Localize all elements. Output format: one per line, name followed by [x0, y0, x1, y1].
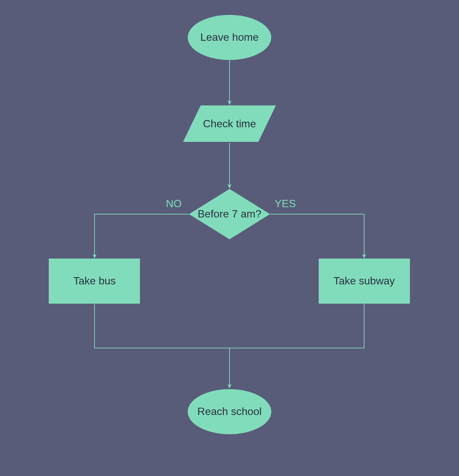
- decision-no-label: NO: [166, 198, 182, 209]
- node-check-time: Check time: [183, 105, 276, 142]
- edge-bus-to-merge: [95, 304, 230, 348]
- node-start-label: Leave home: [200, 31, 259, 43]
- edge-decision-yes: [270, 214, 364, 258]
- node-decision-label: Before 7 am?: [198, 208, 261, 220]
- node-end: Reach school: [188, 389, 271, 434]
- edge-decision-no: [95, 214, 189, 258]
- node-check-time-label: Check time: [203, 118, 256, 130]
- node-take-bus: Take bus: [49, 259, 140, 304]
- edge-subway-to-merge: [230, 304, 364, 348]
- decision-yes-label: YES: [275, 198, 296, 209]
- flowchart-canvas: NO YES Leave home Check time Before 7 am…: [0, 0, 459, 476]
- node-end-label: Reach school: [197, 405, 262, 417]
- node-take-subway: Take subway: [319, 259, 410, 304]
- node-decision: Before 7 am?: [189, 189, 270, 239]
- node-take-bus-label: Take bus: [73, 275, 116, 287]
- node-take-subway-label: Take subway: [334, 275, 395, 287]
- node-start: Leave home: [188, 15, 271, 60]
